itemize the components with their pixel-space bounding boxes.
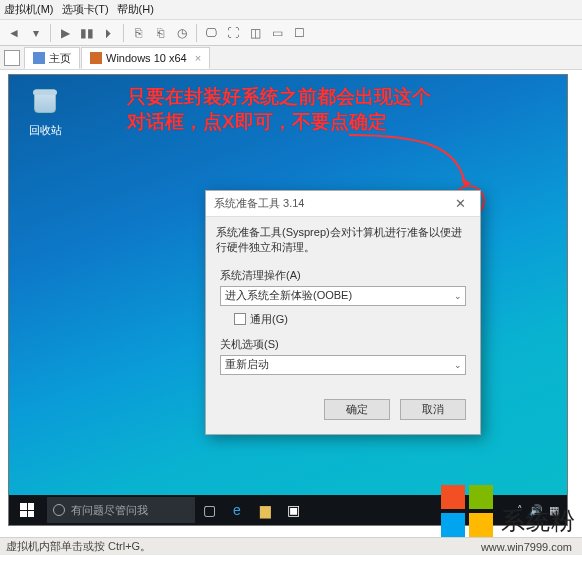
nav-dropdown-icon[interactable]: ▾ <box>26 23 46 43</box>
annotation-text: 只要在封装好系统之前都会出现这个 对话框，点X即可，不要点确定 <box>127 85 431 134</box>
generalize-row[interactable]: 通用(G) <box>234 312 466 327</box>
cancel-button[interactable]: 取消 <box>400 399 466 420</box>
chevron-down-icon: ⌄ <box>454 291 462 301</box>
task-view-icon[interactable]: ▢ <box>195 495 223 525</box>
pause-icon[interactable]: ▮▮ <box>77 23 97 43</box>
cleanup-action-group: 系统清理操作(A) 进入系统全新体验(OOBE) ⌄ 通用(G) <box>220 268 466 327</box>
watermark-name-text: 系统粉 <box>501 507 576 534</box>
dialog-close-button[interactable]: ✕ <box>446 194 474 214</box>
menu-tabs[interactable]: 选项卡(T) <box>62 2 109 17</box>
dialog-description: 系统准备工具(Sysprep)会对计算机进行准备以便进行硬件独立和清理。 <box>206 217 480 258</box>
start-button[interactable] <box>9 495 45 525</box>
recycle-bin-icon <box>30 89 60 121</box>
tab-strip: 主页 Windows 10 x64 × <box>0 46 582 70</box>
windows-logo-icon <box>20 503 34 517</box>
watermark-name: 系统粉 <box>501 505 576 537</box>
power-icon[interactable]: ▶ <box>55 23 75 43</box>
watermark: 系统粉 <box>441 485 576 537</box>
menu-vm[interactable]: 虚拟机(M) <box>4 2 54 17</box>
annotation-line1: 只要在封装好系统之前都会出现这个 <box>127 85 431 110</box>
shutdown-option-value: 重新启动 <box>225 357 269 372</box>
monitor-icon[interactable]: 🖵 <box>201 23 221 43</box>
dialog-buttons: 确定 取消 <box>206 385 480 434</box>
unity-icon[interactable]: ◫ <box>245 23 265 43</box>
microsoft-logo-icon <box>441 485 493 537</box>
recycle-bin[interactable]: 回收站 <box>19 83 71 138</box>
close-tab-icon[interactable]: × <box>195 52 201 64</box>
shutdown-option-label: 关机选项(S) <box>220 337 466 352</box>
separator <box>196 24 197 42</box>
chevron-down-icon: ⌄ <box>454 360 462 370</box>
library-toggle-icon[interactable] <box>4 50 20 66</box>
shutdown-option-select[interactable]: 重新启动 ⌄ <box>220 355 466 375</box>
cortana-search[interactable]: 有问题尽管问我 <box>47 497 195 523</box>
tab-vm[interactable]: Windows 10 x64 × <box>81 47 210 69</box>
tab-vm-label: Windows 10 x64 <box>106 52 187 64</box>
console-icon[interactable]: ☐ <box>289 23 309 43</box>
generalize-checkbox[interactable] <box>234 313 246 325</box>
vm-screen: 回收站 只要在封装好系统之前都会出现这个 对话框，点X即可，不要点确定 系统准备… <box>8 74 568 526</box>
snapshot-icon[interactable]: ⎘ <box>128 23 148 43</box>
tab-home[interactable]: 主页 <box>24 47 80 69</box>
recycle-bin-label: 回收站 <box>19 123 71 138</box>
dialog-title: 系统准备工具 3.14 <box>214 196 446 211</box>
search-placeholder: 有问题尽管问我 <box>71 503 148 518</box>
toolbar: ◄ ▾ ▶ ▮▮ ⏵ ⎘ ⎗ ◷ 🖵 ⛶ ◫ ▭ ☐ <box>0 20 582 46</box>
separator <box>50 24 51 42</box>
file-explorer-icon[interactable]: ▆ <box>251 495 279 525</box>
nav-back-icon[interactable]: ◄ <box>4 23 24 43</box>
dialog-titlebar[interactable]: 系统准备工具 3.14 ✕ <box>206 191 480 217</box>
watermark-url: www.win7999.com <box>481 541 572 553</box>
vm-icon <box>90 52 102 64</box>
pinned-app-icon[interactable]: ▣ <box>279 495 307 525</box>
cortana-icon <box>53 504 65 516</box>
annotation-line2: 对话框，点X即可，不要点确定 <box>127 110 431 135</box>
clock-icon[interactable]: ◷ <box>172 23 192 43</box>
status-text: 虚拟机内部单击或按 Ctrl+G。 <box>6 539 151 554</box>
ok-button[interactable]: 确定 <box>324 399 390 420</box>
home-icon <box>33 52 45 64</box>
cleanup-action-label: 系统清理操作(A) <box>220 268 466 283</box>
generalize-label: 通用(G) <box>250 312 288 327</box>
cleanup-action-select[interactable]: 进入系统全新体验(OOBE) ⌄ <box>220 286 466 306</box>
shutdown-option-group: 关机选项(S) 重新启动 ⌄ <box>220 337 466 375</box>
window-icon[interactable]: ▭ <box>267 23 287 43</box>
snapshot-manager-icon[interactable]: ⎗ <box>150 23 170 43</box>
edge-icon[interactable]: e <box>223 495 251 525</box>
menubar: 虚拟机(M) 选项卡(T) 帮助(H) <box>0 0 582 20</box>
tab-home-label: 主页 <box>49 51 71 66</box>
separator <box>123 24 124 42</box>
resume-icon[interactable]: ⏵ <box>99 23 119 43</box>
fullscreen-icon[interactable]: ⛶ <box>223 23 243 43</box>
menu-help[interactable]: 帮助(H) <box>117 2 154 17</box>
cleanup-action-value: 进入系统全新体验(OOBE) <box>225 288 352 303</box>
sysprep-dialog: 系统准备工具 3.14 ✕ 系统准备工具(Sysprep)会对计算机进行准备以便… <box>205 190 481 435</box>
